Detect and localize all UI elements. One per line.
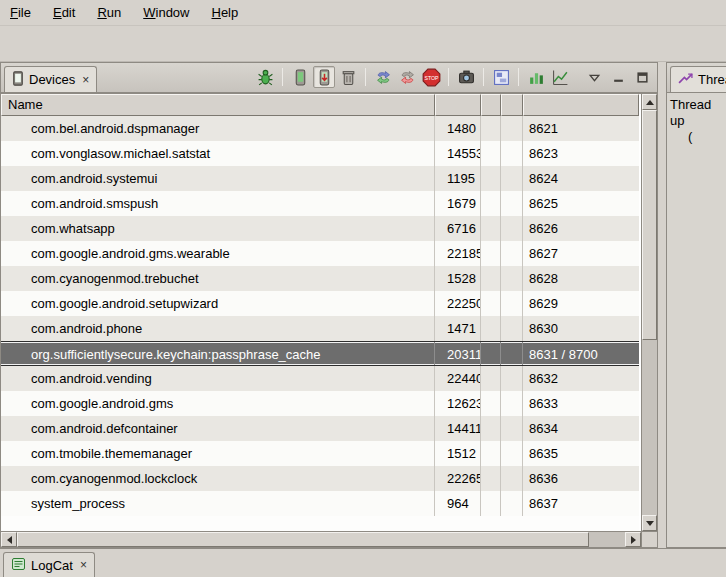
table-row[interactable]: com.google.android.gms.wearable 22185 86…: [1, 241, 639, 266]
process-pid: 1195: [435, 166, 481, 191]
blank-cell: [501, 216, 523, 241]
method-profiling-icon[interactable]: [396, 66, 418, 88]
minimize-icon[interactable]: [607, 66, 629, 88]
column-header-pid[interactable]: [435, 94, 481, 116]
blank-cell: [501, 191, 523, 216]
blank-cell: [481, 466, 501, 491]
close-icon[interactable]: ×: [78, 558, 87, 572]
blank-cell: [481, 416, 501, 441]
blank-cell: [481, 441, 501, 466]
table-row[interactable]: com.vonglasow.michael.satstat 14553 8623: [1, 141, 639, 166]
table-row[interactable]: com.android.defcontainer 14411 8634: [1, 416, 639, 441]
table-row[interactable]: com.android.phone 1471 8630: [1, 316, 639, 341]
vertical-scroll-track[interactable]: [642, 110, 657, 515]
menu-run[interactable]: Run: [97, 5, 121, 20]
horizontal-scroll-thumb[interactable]: [17, 532, 589, 547]
table-row[interactable]: system_process 964 8637: [1, 491, 639, 516]
update-threads-icon[interactable]: [372, 66, 394, 88]
blank-cell: [481, 191, 501, 216]
column-header-blank1[interactable]: [481, 94, 501, 116]
vertical-scroll-thumb[interactable]: [642, 110, 657, 340]
table-row[interactable]: com.google.android.gms 12623 8633: [1, 391, 639, 416]
scroll-up-button[interactable]: [642, 94, 657, 110]
process-port: 8623: [523, 141, 639, 166]
tab-logcat[interactable]: LogCat ×: [3, 552, 95, 577]
column-header-blank2[interactable]: [501, 94, 523, 116]
tab-threads[interactable]: Threads: [670, 66, 726, 92]
table-row[interactable]: com.tmobile.thememanager 1512 8635: [1, 441, 639, 466]
close-icon[interactable]: ×: [80, 73, 89, 87]
process-port: 8632: [523, 366, 639, 391]
scroll-left-button[interactable]: [1, 532, 17, 547]
process-port: 8628: [523, 266, 639, 291]
devices-panel: Devices × STOP: [0, 62, 658, 548]
process-port: 8636: [523, 466, 639, 491]
vertical-scrollbar[interactable]: [641, 94, 657, 531]
table-row[interactable]: com.android.vending 22440 8632: [1, 366, 639, 391]
table-row[interactable]: com.google.android.setupwizard 22250 862…: [1, 291, 639, 316]
tab-devices[interactable]: Devices ×: [4, 66, 97, 92]
process-port: 8626: [523, 216, 639, 241]
toolbar-separator: [483, 68, 484, 86]
maximize-icon[interactable]: [631, 66, 653, 88]
table-row[interactable]: com.android.systemui 1195 8624: [1, 166, 639, 191]
process-port: 8629: [523, 291, 639, 316]
stop-process-icon[interactable]: STOP: [420, 66, 442, 88]
column-header-name[interactable]: Name: [1, 94, 435, 116]
table-row[interactable]: com.bel.android.dspmanager 1480 8621: [1, 116, 639, 141]
table-row[interactable]: com.cyanogenmod.trebuchet 1528 8628: [1, 266, 639, 291]
threads-icon: [678, 71, 693, 89]
process-pid: 22440: [435, 366, 481, 391]
process-name: com.android.defcontainer: [1, 416, 435, 441]
dump-hprof-icon[interactable]: [313, 66, 335, 88]
process-name: com.vonglasow.michael.satstat: [1, 141, 435, 166]
network-stats-icon[interactable]: [549, 66, 571, 88]
blank-cell: [501, 291, 523, 316]
screenshot-icon[interactable]: [455, 66, 477, 88]
capture-ui-hierarchy-icon[interactable]: [490, 66, 512, 88]
update-heap-icon[interactable]: [289, 66, 311, 88]
threads-tabbar: Threads: [667, 63, 726, 93]
blank-cell: [481, 342, 501, 365]
table-row[interactable]: org.sufficientlysecure.keychain:passphra…: [1, 341, 639, 366]
menu-window[interactable]: Window: [143, 5, 189, 20]
column-header-port[interactable]: [523, 94, 639, 116]
process-pid: 22185: [435, 241, 481, 266]
horizontal-scrollbar[interactable]: [1, 531, 641, 547]
scroll-down-button[interactable]: [642, 515, 657, 531]
blank-cell: [501, 466, 523, 491]
sysinfo-icon[interactable]: [525, 66, 547, 88]
blank-cell: [501, 316, 523, 341]
menu-file[interactable]: File: [10, 5, 31, 20]
table-row[interactable]: com.whatsapp 6716 8626: [1, 216, 639, 241]
process-pid: 1471: [435, 316, 481, 341]
process-name: com.android.phone: [1, 316, 435, 341]
toolbar-separator: [448, 68, 449, 86]
ddms-window: FileEditRunWindowHelp Devices ×: [0, 0, 726, 577]
table-header: Name: [1, 94, 639, 116]
table-row[interactable]: com.cyanogenmod.lockclock 22265 8636: [1, 466, 639, 491]
menu-bar: FileEditRunWindowHelp: [0, 0, 726, 26]
process-port: 8625: [523, 191, 639, 216]
tab-devices-label: Devices: [29, 72, 75, 87]
devices-tabbar: Devices × STOP: [1, 63, 657, 93]
table-row[interactable]: com.android.smspush 1679 8625: [1, 191, 639, 216]
process-pid: 14411: [435, 416, 481, 441]
debug-process-icon[interactable]: [254, 66, 276, 88]
toolbar-separator: [282, 68, 283, 86]
process-port: 8630: [523, 316, 639, 341]
process-pid: 22265: [435, 466, 481, 491]
process-name: com.bel.android.dspmanager: [1, 116, 435, 141]
process-name: com.cyanogenmod.lockclock: [1, 466, 435, 491]
menu-edit[interactable]: Edit: [53, 5, 75, 20]
logcat-icon: [11, 557, 26, 574]
devices-toolbar: STOP: [254, 62, 657, 92]
view-menu-icon[interactable]: [583, 66, 605, 88]
panel-sash[interactable]: [658, 62, 666, 548]
blank-cell: [481, 266, 501, 291]
cause-gc-icon[interactable]: [337, 66, 359, 88]
arrow-left-icon: [7, 536, 12, 544]
scroll-right-button[interactable]: [625, 532, 641, 547]
horizontal-scroll-track[interactable]: [17, 532, 625, 547]
menu-help[interactable]: Help: [211, 5, 238, 20]
